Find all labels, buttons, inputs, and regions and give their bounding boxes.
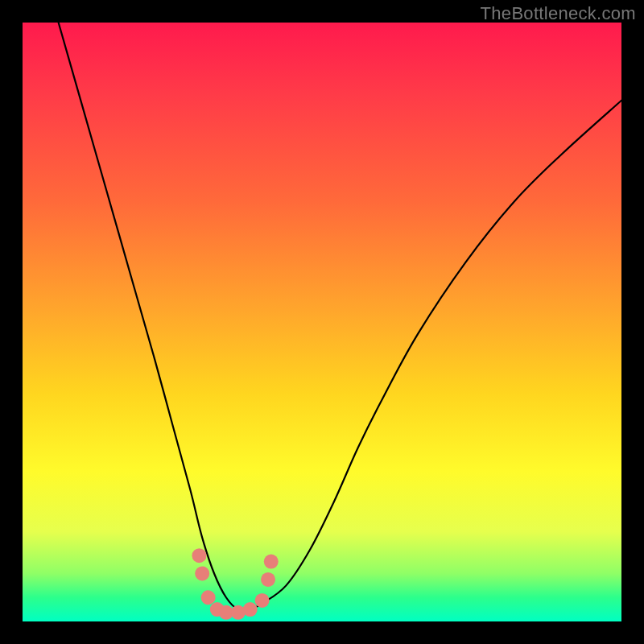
curve-markers — [192, 548, 278, 620]
bottleneck-curve — [59, 23, 621, 611]
curve-marker — [243, 602, 258, 617]
curve-marker — [261, 572, 275, 587]
watermark-text: TheBottleneck.com — [481, 3, 636, 24]
curve-marker — [264, 555, 279, 569]
chart-frame: TheBottleneck.com — [0, 0, 644, 644]
chart-plot-area — [23, 23, 621, 621]
curve-marker — [192, 548, 206, 563]
curve-marker — [255, 593, 270, 608]
chart-svg — [23, 23, 621, 621]
curve-marker — [201, 590, 216, 605]
curve-marker — [195, 566, 209, 580]
